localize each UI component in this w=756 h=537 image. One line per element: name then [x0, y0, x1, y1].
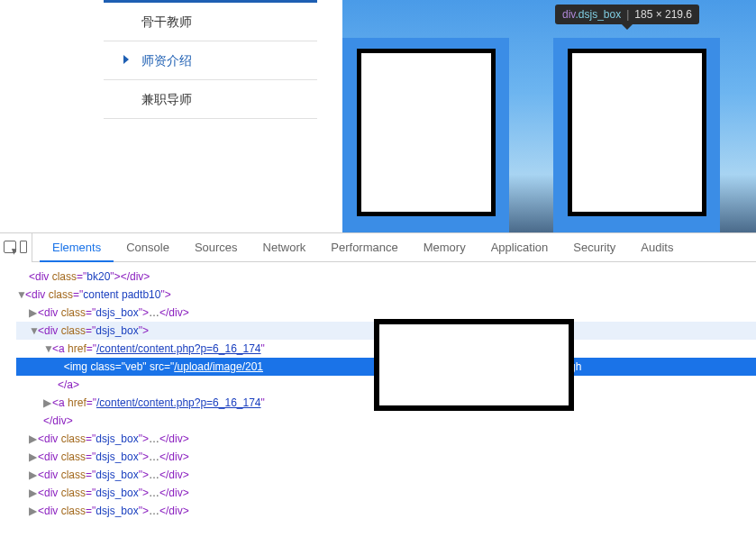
expand-toggle-icon[interactable]: ▶	[29, 304, 38, 322]
tab-sources[interactable]: Sources	[182, 233, 250, 262]
dom-line[interactable]: ▶<div class="dsjs_box">…</div>	[16, 466, 756, 484]
sidebar-item-label: 兼职导师	[141, 92, 192, 106]
expand-toggle-icon[interactable]: ▼	[16, 286, 25, 304]
sidebar-item-parttime-mentors[interactable]: 兼职导师	[104, 80, 317, 119]
expand-toggle-icon[interactable]: ▼	[43, 340, 52, 358]
tab-application[interactable]: Application	[478, 233, 561, 262]
tab-performance[interactable]: Performance	[318, 233, 410, 262]
dom-line[interactable]: ▶<div class="dsjs_box">…</div>	[16, 430, 756, 448]
tab-network[interactable]: Network	[250, 233, 319, 262]
dom-line[interactable]: ▶<div class="dsjs_box">…</div>	[16, 484, 756, 502]
dom-line[interactable]: ▶<div class="dsjs_box">…</div>	[16, 448, 756, 466]
image-preview-overlay	[374, 319, 574, 411]
tooltip-dimensions: 185 × 219.6	[634, 8, 692, 21]
sidebar: 骨干教师 师资介绍 兼职导师	[104, 0, 317, 119]
dom-line[interactable]: </div>	[16, 412, 756, 430]
inspect-element-icon[interactable]	[4, 241, 16, 253]
sidebar-item-label: 骨干教师	[141, 14, 192, 29]
tooltip-tag: div	[562, 8, 575, 21]
dsjs-box-card-highlighted[interactable]	[553, 38, 720, 236]
expand-toggle-icon[interactable]: ▼	[29, 322, 38, 340]
expand-toggle-icon[interactable]: ▶	[29, 484, 38, 502]
expand-toggle-icon[interactable]: ▶	[29, 502, 38, 520]
tooltip-class: .dsjs_box	[575, 8, 621, 21]
dom-line[interactable]: <div class="bk20"></div>	[16, 268, 756, 286]
device-toolbar-icon[interactable]	[20, 241, 27, 253]
sidebar-item-label: 师资介绍	[141, 53, 192, 68]
content-background	[342, 0, 756, 232]
tab-memory[interactable]: Memory	[411, 233, 478, 262]
devtools-panel: Elements Console Sources Network Perform…	[0, 232, 756, 537]
expand-toggle-icon[interactable]: ▶	[29, 448, 38, 466]
card-image-placeholder	[568, 49, 706, 216]
inspect-tooltip: div.dsjs_box|185 × 219.6	[555, 5, 699, 24]
dom-line[interactable]: ▼<div class="content padtb10">	[16, 286, 756, 304]
tab-security[interactable]: Security	[560, 233, 628, 262]
devtools-icon-bar	[0, 233, 32, 262]
sidebar-item-faculty-intro[interactable]: 师资介绍	[104, 41, 317, 80]
devtools-tabs: Elements Console Sources Network Perform…	[32, 233, 756, 262]
sidebar-item-backbone-teachers[interactable]: 骨干教师	[104, 3, 317, 41]
page-preview: 骨干教师 师资介绍 兼职导师 div.dsjs_box|185 × 219.6	[0, 0, 756, 232]
expand-toggle-icon[interactable]: ▶	[29, 430, 38, 448]
dom-line[interactable]: ▶<div class="dsjs_box">…</div>	[16, 502, 756, 520]
tab-elements[interactable]: Elements	[40, 233, 114, 262]
tab-audits[interactable]: Audits	[628, 233, 686, 262]
chevron-right-icon	[123, 55, 129, 64]
dsjs-box-card[interactable]	[342, 38, 509, 236]
tab-console[interactable]: Console	[114, 233, 182, 262]
expand-toggle-icon[interactable]: ▶	[29, 466, 38, 484]
card-image-placeholder	[357, 49, 496, 216]
expand-toggle-icon[interactable]: ▶	[43, 394, 52, 412]
